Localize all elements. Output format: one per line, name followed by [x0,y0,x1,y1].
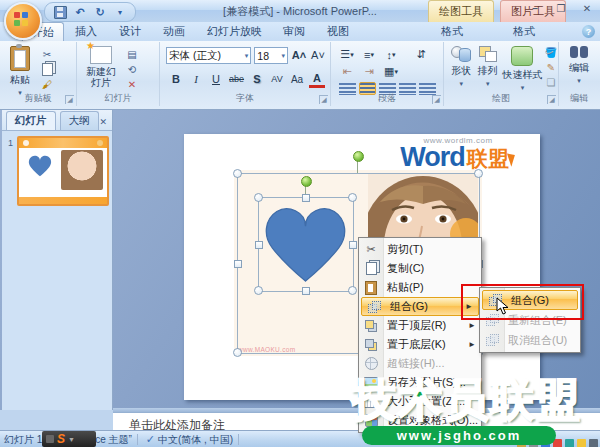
language-indicator[interactable]: 中文(简体 , 中国) [158,433,233,447]
selection-handle[interactable] [348,193,357,202]
powerpoint-window: ↶ ↻ ▾ [兼容模式] - Microsoft PowerP... 绘图工具 … [0,0,600,447]
tab-review[interactable]: 审阅 [274,22,314,40]
panel-close-button[interactable]: ✕ [99,117,107,127]
paste-button[interactable]: 粘贴 ▾ [0,42,40,97]
selection-handle[interactable] [254,193,263,202]
tab-insert[interactable]: 插入 [66,22,106,40]
bring-to-front-icon [362,318,380,333]
sogou-logo: S [57,432,65,446]
tab-design[interactable]: 设计 [110,22,150,40]
cut-icon: ✂ [362,242,380,257]
character-spacing-button[interactable]: AV [269,72,285,87]
new-slide-button[interactable]: 新建幻灯片 [77,42,125,90]
tab-slideshow[interactable]: 幻灯片放映 [198,22,271,40]
text-shadow-button[interactable]: S [249,72,265,87]
tab-format-picture[interactable]: 格式 [504,22,544,40]
font-dialog-launcher[interactable]: ◢ [319,95,328,104]
tab-format-drawing[interactable]: 格式 [432,22,472,40]
drawing-tools-header[interactable]: 绘图工具 [428,0,494,22]
logo-word-text: Word [400,145,465,169]
shape-fill-button[interactable]: 🪣 [544,46,558,58]
submenu-arrow-icon: ► [468,340,476,349]
tab-outline[interactable]: 大纲 [60,111,99,130]
numbering-button[interactable]: ≡▾ [361,47,377,62]
help-button[interactable]: ? [582,25,595,38]
line-spacing-button[interactable]: ↕▾ [383,47,399,62]
restore-button[interactable]: ❐ [554,3,568,14]
drawing-dialog-launcher[interactable]: ◢ [547,95,556,104]
shrink-font-button[interactable]: A˅ [310,47,326,62]
menu-item-cut[interactable]: ✂ 剪切(T) [359,240,481,259]
slide-number: 1 [8,138,13,148]
cut-button[interactable]: ✂ [40,48,54,60]
office-button[interactable] [4,2,42,40]
text-direction-button[interactable]: ⇵ [413,47,429,62]
quick-styles-button[interactable]: 快速样式 ▾ [501,42,544,92]
paragraph-dialog-launcher[interactable]: ◢ [432,95,441,104]
picture-rotation-handle[interactable] [353,151,364,162]
selection-handle[interactable] [234,260,242,268]
tray-icon[interactable] [577,439,586,447]
selection-handle[interactable] [474,169,483,178]
editing-button[interactable]: 编辑 ▾ [559,42,599,85]
font-color-button[interactable]: A [309,70,325,88]
arrange-button[interactable]: 排列 ▾ [474,42,500,92]
drawing-group-label: 绘图 [444,92,558,105]
font-size-combo[interactable]: 18▾ [254,47,288,64]
tab-slides-thumbnails[interactable]: 幻灯片 [6,111,56,130]
selection-handle[interactable] [233,169,242,178]
shapes-button[interactable]: 形状 ▾ [448,42,474,92]
reset-button[interactable]: ⟲ [125,63,139,75]
increase-indent-button[interactable]: ⇥ [361,64,377,79]
slide-thumbnail[interactable] [17,136,109,206]
submenu-arrow-icon: ► [468,321,476,330]
layout-button[interactable]: ▤ [125,48,139,60]
paragraph-group-label: 段落 [331,92,443,105]
rotation-stem [357,161,358,173]
menu-item-hyperlink[interactable]: 超链接(H)... [359,354,481,373]
delete-slide-button[interactable]: ✕ [125,78,139,90]
minimize-button[interactable]: – [528,3,542,14]
thumbnail-heart-icon [27,154,53,178]
selection-handle[interactable] [348,286,357,295]
tray-icon[interactable] [565,439,574,447]
selection-handle[interactable] [254,286,263,295]
font-name-combo[interactable]: 宋体 (正文)▾ [166,47,251,64]
ribbon-tab-row: 开始 插入 设计 动画 幻灯片放映 审阅 视图 格式 格式 ? [0,22,600,42]
strikethrough-button[interactable]: abe [228,72,245,87]
italic-button[interactable]: I [188,72,204,87]
bold-button[interactable]: B [168,72,184,87]
selection-handle[interactable] [302,287,310,295]
menu-item-copy[interactable]: 复制(C) [359,259,481,278]
tab-view[interactable]: 视图 [318,22,358,40]
shape-effects-button[interactable]: ❏ [544,76,558,88]
hyperlink-icon [362,356,380,371]
copy-button[interactable] [40,63,54,75]
close-button[interactable]: ✕ [580,3,594,14]
selection-handle[interactable] [233,348,242,357]
columns-button[interactable]: ▦▾ [383,64,399,79]
submenu-item-ungroup[interactable]: 取消组合(U) [480,330,580,350]
mouse-cursor [496,297,510,315]
tray-icon[interactable] [589,439,598,447]
grow-font-button[interactable]: A˄ [291,47,307,62]
heart-rotation-handle[interactable] [301,176,312,187]
watermark-url: www.jsgho.com [362,426,556,445]
selection-handle[interactable] [255,241,263,249]
clipboard-dialog-launcher[interactable]: ◢ [65,95,74,104]
decrease-indent-button[interactable]: ⇤ [339,64,355,79]
thumbnail-photo [61,150,103,190]
heart-selection-box[interactable] [258,197,354,292]
change-case-button[interactable]: Aa [289,72,305,87]
selection-handle[interactable] [302,194,310,202]
bullets-button[interactable]: ☰▾ [339,47,355,62]
menu-item-send-to-back[interactable]: 置于底层(K) ► [359,335,481,354]
underline-button[interactable]: U [208,72,224,87]
font-name-dropdown-icon: ▾ [245,52,249,60]
shape-outline-button[interactable]: ✎ [544,61,558,73]
format-painter-button[interactable]: 🖌 [40,78,54,90]
ime-toolbar[interactable]: S ▼ [42,431,96,447]
selection-handle[interactable] [349,241,357,249]
spellcheck-icon[interactable]: ✓ [146,433,155,446]
tab-animations[interactable]: 动画 [154,22,194,40]
